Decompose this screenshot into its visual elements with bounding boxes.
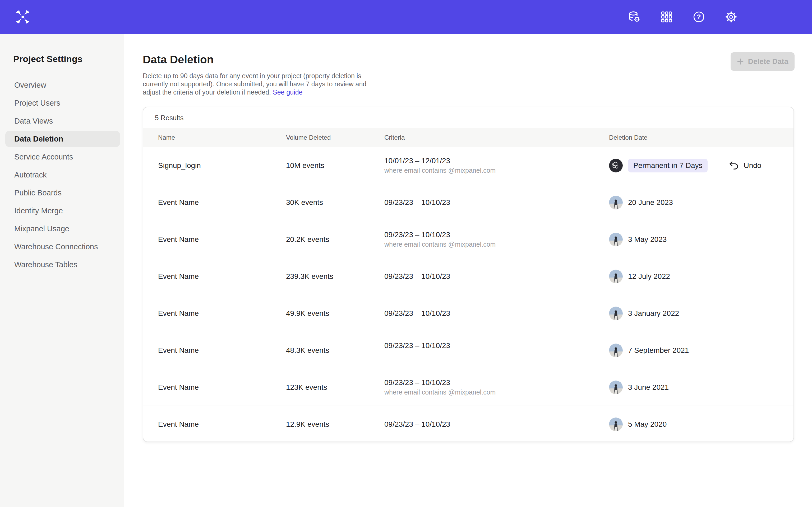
results-count: 5 Results	[143, 107, 794, 128]
cell-volume: 12.9K events	[286, 420, 384, 429]
cell-volume: 123K events	[286, 383, 384, 392]
cell-deletion-date: 3 January 2022	[609, 306, 794, 320]
page-title: Data Deletion	[143, 53, 812, 66]
sidebar-title: Project Settings	[0, 54, 124, 64]
deletion-date-text: 20 June 2023	[628, 198, 673, 207]
svg-text:?: ?	[697, 13, 701, 20]
cell-name: Event Name	[158, 309, 286, 318]
criteria-filter	[384, 351, 609, 359]
cell-volume: 30K events	[286, 198, 384, 207]
table-row: Signup_login 10M events 10/01/23 – 12/01…	[143, 147, 794, 184]
deletion-date-text: 3 June 2021	[628, 383, 669, 392]
settings-gear-icon[interactable]	[725, 11, 738, 23]
cell-deletion-date: 20 June 2023	[609, 196, 794, 209]
criteria-range: 10/01/23 – 12/01/23	[384, 157, 609, 165]
sidebar-item-service-accounts[interactable]: Service Accounts	[5, 149, 120, 165]
criteria-filter: where email contains @mixpanel.com	[384, 388, 609, 396]
cell-name: Event Name	[158, 383, 286, 392]
table-header-row: Name Volume Deleted Criteria Deletion Da…	[143, 128, 794, 147]
column-header-volume: Volume Deleted	[286, 134, 384, 141]
topbar-icon-group: ?	[628, 11, 812, 23]
deletion-date-text: 5 May 2020	[628, 420, 667, 429]
criteria-range: 09/23/23 – 10/10/23	[384, 341, 609, 350]
undo-label: Undo	[744, 161, 761, 170]
cell-volume: 239.3K events	[286, 272, 384, 281]
cell-criteria: 09/23/23 – 10/10/23	[384, 272, 609, 281]
column-header-deletion-date: Deletion Date	[609, 134, 794, 141]
plus-icon	[737, 58, 744, 65]
status-badge: Permanent in 7 Days	[628, 159, 708, 172]
cell-deletion-date: 7 September 2021	[609, 344, 794, 357]
cell-name: Event Name	[158, 346, 286, 355]
user-avatar	[609, 417, 623, 431]
cell-name: Signup_login	[158, 161, 286, 170]
user-avatar	[609, 306, 623, 320]
cell-criteria: 10/01/23 – 12/01/23 where email contains…	[384, 157, 609, 175]
user-avatar	[609, 159, 623, 172]
delete-data-button-label: Delete Data	[748, 57, 789, 66]
cell-criteria: 09/23/23 – 10/10/23	[384, 198, 609, 207]
cell-volume: 49.9K events	[286, 309, 384, 318]
sidebar-item-autotrack[interactable]: Autotrack	[5, 167, 120, 183]
cell-deletion-date: 3 May 2023	[609, 233, 794, 246]
deletion-date-text: 3 May 2023	[628, 235, 667, 244]
cell-volume: 20.2K events	[286, 235, 384, 244]
cell-deletion-date: 3 June 2021	[609, 381, 794, 394]
apps-grid-icon[interactable]	[660, 11, 673, 23]
user-avatar	[609, 344, 623, 357]
undo-button[interactable]: Undo	[729, 161, 761, 170]
criteria-filter: where email contains @mixpanel.com	[384, 240, 609, 248]
deletion-date-text: 12 July 2022	[628, 272, 670, 281]
criteria-range: 09/23/23 – 10/10/23	[384, 230, 609, 239]
table-row: Event Name 123K events 09/23/23 – 10/10/…	[143, 369, 794, 406]
data-management-icon[interactable]	[628, 11, 641, 23]
table-row: Event Name 12.9K events 09/23/23 – 10/10…	[143, 406, 794, 442]
deletion-date-text: 7 September 2021	[628, 346, 689, 355]
criteria-range: 09/23/23 – 10/10/23	[384, 198, 609, 207]
sidebar-item-overview[interactable]: Overview	[5, 77, 120, 93]
cell-name: Event Name	[158, 272, 286, 281]
table-row: Event Name 48.3K events 09/23/23 – 10/10…	[143, 332, 794, 369]
sidebar-item-warehouse-tables[interactable]: Warehouse Tables	[5, 257, 120, 273]
user-avatar	[609, 233, 623, 246]
sidebar-item-warehouse-connections[interactable]: Warehouse Connections	[5, 238, 120, 255]
main-content: Data Deletion Delete up to 90 days data …	[124, 34, 812, 507]
cell-volume: 10M events	[286, 161, 384, 170]
page-description-text: Delete up to 90 days data for any event …	[143, 72, 366, 96]
cell-criteria: 09/23/23 – 10/10/23	[384, 341, 609, 359]
table-row: Event Name 239.3K events 09/23/23 – 10/1…	[143, 258, 794, 295]
cell-criteria: 09/23/23 – 10/10/23	[384, 309, 609, 318]
cell-deletion-date: Permanent in 7 Days Undo	[609, 159, 794, 172]
criteria-range: 09/23/23 – 10/10/23	[384, 420, 609, 429]
sidebar-item-identity-merge[interactable]: Identity Merge	[5, 203, 120, 219]
topbar: ?	[0, 0, 812, 34]
help-icon[interactable]: ?	[693, 11, 705, 23]
deletion-date-text: 3 January 2022	[628, 309, 679, 318]
column-header-name: Name	[158, 134, 286, 141]
table-row: Event Name 49.9K events 09/23/23 – 10/10…	[143, 295, 794, 332]
sidebar-item-data-views[interactable]: Data Views	[5, 113, 120, 129]
user-avatar	[609, 196, 623, 209]
undo-arrow-icon	[729, 161, 739, 170]
cell-criteria: 09/23/23 – 10/10/23	[384, 420, 609, 429]
delete-data-button[interactable]: Delete Data	[730, 52, 795, 71]
deletion-table-card: 5 Results Name Volume Deleted Criteria D…	[143, 107, 794, 442]
cell-name: Event Name	[158, 235, 286, 244]
see-guide-link[interactable]: See guide	[273, 89, 303, 96]
sidebar-item-public-boards[interactable]: Public Boards	[5, 184, 120, 201]
cell-criteria: 09/23/23 – 10/10/23 where email contains…	[384, 230, 609, 248]
cell-deletion-date: 5 May 2020	[609, 417, 794, 431]
mixpanel-logo-icon[interactable]	[16, 10, 30, 24]
table-row: Event Name 20.2K events 09/23/23 – 10/10…	[143, 221, 794, 258]
sidebar-item-data-deletion[interactable]: Data Deletion	[5, 131, 120, 147]
cell-name: Event Name	[158, 198, 286, 207]
sidebar-item-mixpanel-usage[interactable]: Mixpanel Usage	[5, 221, 120, 237]
column-header-criteria: Criteria	[384, 134, 609, 141]
sidebar-item-project-users[interactable]: Project Users	[5, 95, 120, 111]
user-avatar	[609, 381, 623, 394]
criteria-filter: where email contains @mixpanel.com	[384, 167, 609, 175]
cell-name: Event Name	[158, 420, 286, 429]
criteria-range: 09/23/23 – 10/10/23	[384, 378, 609, 387]
criteria-range: 09/23/23 – 10/10/23	[384, 272, 609, 281]
cell-volume: 48.3K events	[286, 346, 384, 355]
